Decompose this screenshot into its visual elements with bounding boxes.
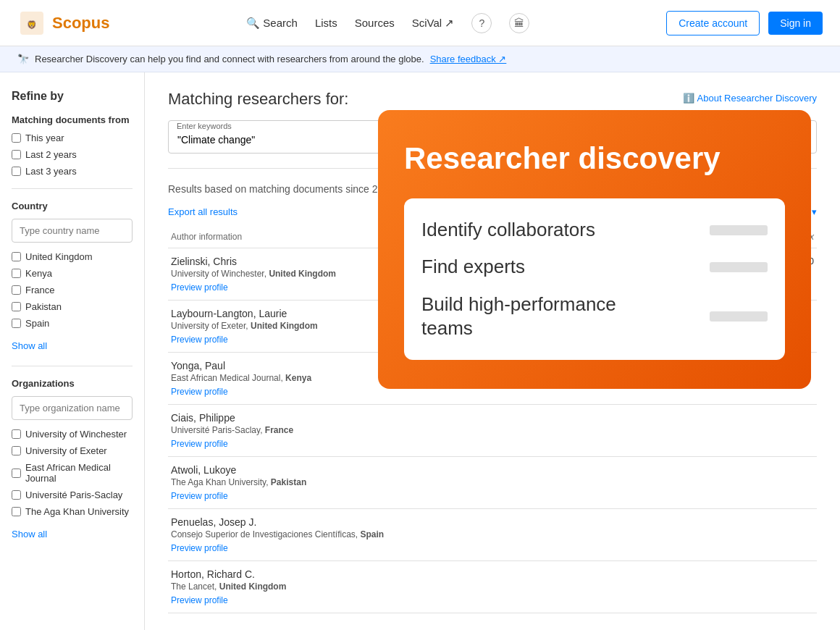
org-eamj-checkbox[interactable] xyxy=(12,469,21,478)
filter-last-3-years-checkbox[interactable] xyxy=(12,167,21,176)
preview-profile-link[interactable]: Preview profile xyxy=(171,387,228,397)
table-row: Laybourn-Langton, Laurie University of E… xyxy=(168,301,817,353)
search-label: Enter keywords xyxy=(177,122,232,130)
author-affiliation: East African Medical Journal, Kenya xyxy=(171,373,490,383)
author-name: Laybourn-Langton, Laurie xyxy=(171,308,490,319)
keyword-search-input[interactable] xyxy=(168,120,817,154)
preview-profile-link[interactable]: Preview profile xyxy=(171,595,228,605)
country-spain-checkbox[interactable] xyxy=(12,319,21,328)
country-filter-input[interactable] xyxy=(12,219,133,243)
nav-search[interactable]: 🔍 Search xyxy=(246,17,298,30)
nav-sources[interactable]: Sources xyxy=(355,17,395,29)
matching-docs-cell xyxy=(492,301,637,353)
about-metrics-link[interactable]: ℹ️ About the metrics xyxy=(546,206,634,217)
h-index-cell xyxy=(778,457,817,509)
org-exeter-checkbox[interactable] xyxy=(12,446,21,455)
author-affiliation: The Lancet, United Kingdom xyxy=(171,581,490,592)
export-all-link[interactable]: Export all results xyxy=(168,206,238,217)
org-filter-input[interactable] xyxy=(12,396,133,420)
share-feedback-link[interactable]: Share feedback ↗ xyxy=(430,54,507,64)
table-row: Ciais, Philippe Université Paris-Saclay,… xyxy=(168,405,817,457)
total-citations-cell xyxy=(637,457,702,509)
filter-last-2-years[interactable]: Last 2 years xyxy=(12,149,133,160)
header-nav: 🔍 Search Lists Sources SciVal ↗ ? 🏛 xyxy=(246,13,529,33)
org-winchester-checkbox[interactable] xyxy=(12,429,21,439)
h-index-cell xyxy=(778,301,817,353)
institution-icon-btn[interactable]: 🏛 xyxy=(509,13,529,33)
author-name: Penuelas, Josep J. xyxy=(171,516,490,528)
author-name: Yonga, Paul xyxy=(171,360,490,371)
table-row: Atwoli, Lukoye The Aga Khan University, … xyxy=(168,457,817,509)
about-researcher-discovery-link[interactable]: ℹ️ About Researcher Discovery xyxy=(683,93,817,104)
filter-this-year[interactable]: This year xyxy=(12,133,133,143)
total-docs-cell xyxy=(702,457,778,509)
logo-text[interactable]: Scopus xyxy=(52,14,109,33)
col-matching-docs: Number of matching documents xyxy=(492,226,637,248)
country-kenya[interactable]: Kenya xyxy=(12,268,133,279)
total-citations-cell xyxy=(637,405,702,457)
header-right: Create account Sign in xyxy=(666,11,823,35)
org-aga-khan[interactable]: The Aga Khan University xyxy=(12,506,133,517)
show-all-countries-link[interactable]: Show all xyxy=(12,340,133,351)
header: 🦁 Scopus 🔍 Search Lists Sources SciVal ↗… xyxy=(0,0,840,46)
sign-in-button[interactable]: Sign in xyxy=(768,12,823,35)
metrics-info-icon: ℹ️ xyxy=(546,206,558,217)
preview-profile-link[interactable]: Preview profile xyxy=(171,335,228,345)
org-section-title: Organizations xyxy=(12,378,133,389)
total-docs-cell: 528 xyxy=(702,248,778,301)
org-exeter[interactable]: University of Exeter xyxy=(12,445,133,456)
author-name: Zielinski, Chris xyxy=(171,256,490,267)
h-index-cell xyxy=(778,509,817,561)
h-index-cell xyxy=(778,353,817,405)
nav-scival[interactable]: SciVal ↗ xyxy=(412,17,455,30)
filter-this-year-checkbox[interactable] xyxy=(12,133,21,143)
org-paris-saclay[interactable]: Université Paris-Saclay xyxy=(12,490,133,500)
country-spain[interactable]: Spain xyxy=(12,318,133,329)
search-submit-button[interactable]: 🔍 xyxy=(795,130,810,144)
author-affiliation: Consejo Superior de Investigaciones Cien… xyxy=(171,529,490,539)
nav-lists[interactable]: Lists xyxy=(315,17,337,29)
country-france[interactable]: France xyxy=(12,285,133,295)
country-filter-group: United Kingdom Kenya France Pakistan Spa… xyxy=(12,251,133,329)
show-all-orgs-link[interactable]: Show all xyxy=(12,529,133,539)
country-pakistan-checkbox[interactable] xyxy=(12,302,21,311)
preview-profile-link[interactable]: Preview profile xyxy=(171,282,228,293)
matching-docs-cell[interactable]: 332 xyxy=(492,248,637,301)
preview-profile-link[interactable]: Preview profile xyxy=(171,439,228,449)
country-uk[interactable]: United Kingdom xyxy=(12,251,133,262)
filter-last-2-years-checkbox[interactable] xyxy=(12,150,21,159)
author-affiliation: The Aga Khan University, Pakistan xyxy=(171,477,490,487)
matching-docs-cell xyxy=(492,405,637,457)
filter-last-3-years[interactable]: Last 3 years xyxy=(12,166,133,177)
content-area: Matching researchers for: ℹ️ About Resea… xyxy=(145,72,840,630)
preview-profile-link[interactable]: Preview profile xyxy=(171,491,228,501)
help-icon-btn[interactable]: ? xyxy=(471,13,492,33)
country-pakistan[interactable]: Pakistan xyxy=(12,301,133,312)
sort-dropdown-btn[interactable]: Matching documents (Highest) ▾ xyxy=(681,206,817,217)
matching-docs-cell xyxy=(492,457,637,509)
org-paris-saclay-checkbox[interactable] xyxy=(12,490,21,500)
date-filter-group: This year Last 2 years Last 3 years xyxy=(12,133,133,177)
org-eamj[interactable]: East African Medical Journal xyxy=(12,462,133,484)
author-affiliation: Université Paris-Saclay, France xyxy=(171,425,490,435)
country-kenya-checkbox[interactable] xyxy=(12,269,21,278)
total-docs-cell xyxy=(702,405,778,457)
org-winchester[interactable]: University of Winchester xyxy=(12,429,133,440)
country-uk-checkbox[interactable] xyxy=(12,252,21,261)
col-author-info: Author information xyxy=(168,226,492,248)
org-filter-group: University of Winchester University of E… xyxy=(12,429,133,517)
chevron-down-icon: ▾ xyxy=(812,206,817,217)
preview-profile-link[interactable]: Preview profile xyxy=(171,543,228,553)
country-france-checkbox[interactable] xyxy=(12,285,21,295)
create-account-button[interactable]: Create account xyxy=(666,11,760,35)
banner-icon: 🔭 xyxy=(17,54,29,64)
total-citations-cell: 649 xyxy=(637,248,702,301)
org-aga-khan-checkbox[interactable] xyxy=(12,507,21,516)
country-section-title: Country xyxy=(12,201,133,211)
h-index-cell: 10 xyxy=(778,248,817,301)
author-affiliation: University of Exeter, United Kingdom xyxy=(171,321,490,331)
total-citations-cell xyxy=(637,509,702,561)
results-since-text: Results based on matching documents sinc… xyxy=(168,183,817,195)
table-row: Penuelas, Josep J. Consejo Superior de I… xyxy=(168,509,817,561)
matching-docs-section-title: Matching documents from xyxy=(12,114,133,125)
